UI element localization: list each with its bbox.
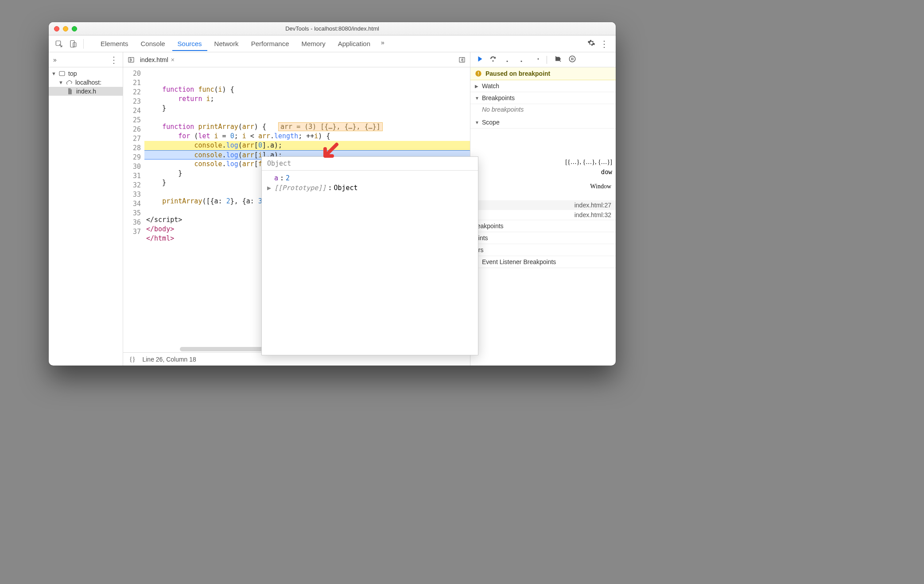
toolbar-right: ⋮ [587,39,612,49]
breakpoints-section[interactable]: ▼ Breakpoints [470,92,616,104]
divider [547,56,547,64]
code-line-23[interactable] [144,113,470,122]
nav-back-icon[interactable] [126,56,136,63]
annotation-arrow-icon [319,141,341,164]
xhr-breakpoints-section[interactable]: oints [470,232,616,244]
deactivate-breakpoints-icon[interactable] [554,55,562,64]
editor-tabs: index.html × [123,52,470,67]
tooltip-proto-key: [[Prototype]] [274,184,326,192]
panel-tabs: Elements Console Sources Network Perform… [95,36,586,51]
breakpoints-label: Breakpoints [482,94,515,101]
debugger-pane: Paused on breakpoint ▶ Watch ▼ Breakpoin… [470,52,616,366]
callstack-row-0[interactable]: index.html:27 [470,200,616,210]
code-line-21[interactable]: return i; [144,94,470,104]
inspect-element-icon[interactable] [52,40,66,48]
step-into-icon[interactable] [503,55,511,64]
tree-top-label: top [68,70,77,77]
kebab-menu-icon[interactable]: ⋮ [600,39,609,49]
code-line-24[interactable]: function printArray(arr) { arr = (3) [{…… [144,122,470,132]
caret-down-icon: ▼ [475,96,479,101]
nav-kebab-icon[interactable]: ⋮ [109,55,118,65]
pause-banner: Paused on breakpoint [470,67,616,80]
svg-rect-12 [573,58,574,60]
tooltip-prop-key: a [274,174,278,182]
tooltip-header: Object [262,157,478,171]
global-window: Window [470,182,616,191]
tab-sources[interactable]: Sources [172,36,207,51]
gear-icon[interactable] [587,39,595,48]
tab-console[interactable]: Console [136,36,171,51]
step-icon[interactable] [532,55,540,64]
file-tab-label: index.html [140,56,168,63]
pause-message: Paused on breakpoint [485,70,550,77]
tab-elements[interactable]: Elements [95,36,134,51]
tooltip-prop-row[interactable]: a: 2 [267,173,473,183]
code-line-25[interactable]: for (let i = 0; i < arr.length; ++i) { [144,132,470,141]
device-toolbar-icon[interactable] [66,40,80,48]
event-listener-breakpoints-section[interactable]: ▶ Event Listener Breakpoints [470,256,616,268]
tree-file-index[interactable]: index.h [49,87,123,96]
close-window-button[interactable] [54,26,59,31]
callstack-loc-1: index.html:32 [575,211,611,218]
file-tab-index[interactable]: index.html × [140,56,175,63]
breakpoints-empty: No breakpoints [470,104,616,117]
tooltip-proto-val: Object [334,184,357,192]
svg-rect-14 [478,72,478,74]
step-over-icon[interactable] [489,55,497,64]
watch-label: Watch [482,82,499,90]
tab-application[interactable]: Application [333,36,376,51]
svg-rect-11 [571,58,572,60]
caret-down-icon: ▼ [51,71,56,76]
debugger-toolbar [470,52,616,67]
tree-file-label: index.h [76,88,96,95]
svg-rect-1 [70,40,74,47]
tab-memory[interactable]: Memory [296,36,331,51]
frame-icon [58,70,66,77]
tooltip-body: a: 2 ▶ [[Prototype]]: Object [262,171,478,355]
tree-host[interactable]: ▼ localhost: [49,78,123,87]
callstack-row-1[interactable]: index.html:32 [470,210,616,220]
file-tree: ▼ top ▼ localhost: [49,67,123,97]
caret-right-icon: ▶ [475,84,479,89]
scope-section[interactable]: ▼ Scope [470,117,616,128]
more-tabs-button[interactable]: » [377,36,388,51]
cursor-position: Line 26, Column 18 [142,356,196,363]
titlebar: DevTools - localhost:8080/index.html [49,22,616,35]
code-line-20[interactable]: function func(i) { [144,85,470,94]
callstack-loc-0: index.html:27 [575,202,611,209]
traffic-lights [54,26,77,31]
tree-host-label: localhost: [75,79,101,86]
dom-breakpoints-section[interactable]: reakpoints [470,220,616,232]
close-icon[interactable]: × [171,56,175,63]
braces-icon[interactable]: {} [129,356,135,363]
nav-more-button[interactable]: » [53,56,57,63]
svg-rect-15 [478,75,478,75]
tree-top-frame[interactable]: ▼ top [49,69,123,78]
panel-tabstrip: Elements Console Sources Network Perform… [49,35,616,52]
tooltip-proto-row[interactable]: ▶ [[Prototype]]: Object [267,183,473,193]
watch-section[interactable]: ▶ Watch [470,80,616,92]
minimize-window-button[interactable] [63,26,68,31]
event-listener-breakpoints-label: Event Listener Breakpoints [482,258,556,265]
svg-rect-3 [59,71,65,75]
svg-point-9 [538,58,539,60]
nav-toolbar: » ⋮ [49,52,123,67]
scope-label: Scope [482,119,500,126]
resume-icon[interactable] [475,55,483,64]
tab-network[interactable]: Network [209,36,244,51]
svg-point-10 [569,56,575,62]
divider [83,39,84,49]
maximize-window-button[interactable] [72,26,77,31]
caret-down-icon: ▼ [58,80,63,85]
line-gutter: 202122232425262728293031323334353637 [123,67,144,352]
caret-down-icon: ▼ [475,120,479,125]
code-line-26[interactable]: console.log(arr[0].a); [144,141,470,150]
window-title: DevTools - localhost:8080/index.html [49,25,616,32]
code-line-22[interactable]: } [144,104,470,113]
nav-forward-icon[interactable] [457,56,467,63]
scope-window-partial: dow [601,168,612,175]
listeners-section[interactable]: ers [470,244,616,256]
step-out-icon[interactable] [517,55,525,64]
pause-exceptions-icon[interactable] [568,55,576,64]
tab-performance[interactable]: Performance [246,36,295,51]
